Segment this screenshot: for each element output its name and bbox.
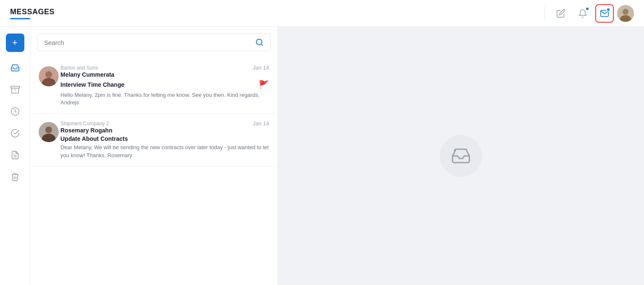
archive-icon (10, 85, 20, 94)
messages-list: Barton and Sons Melany Cummerata Jan 14 … (30, 58, 277, 285)
messages-panel: Barton and Sons Melany Cummerata Jan 14 … (30, 27, 278, 285)
main-layout: + (0, 27, 644, 285)
search-icon (255, 38, 264, 47)
sidebar-item-archive[interactable] (6, 80, 24, 99)
message-item[interactable]: Shipment Company 2 Rosemary Rogahn Jan 1… (30, 114, 277, 166)
empty-inbox-icon (451, 146, 471, 166)
header-actions (541, 4, 634, 23)
message-subject-row: Update About Contracts (60, 135, 269, 142)
avatar-1-image (39, 66, 59, 86)
svg-point-1 (623, 9, 628, 15)
sidebar-item-notes[interactable] (6, 146, 24, 164)
avatar-image (617, 5, 634, 22)
add-button[interactable]: + (6, 34, 24, 52)
sidebar-item-history[interactable] (6, 102, 24, 121)
messages-button[interactable] (595, 4, 614, 23)
title-underline (10, 18, 30, 19)
page-title: MESSAGES (10, 8, 55, 16)
sidebar-item-inbox[interactable] (6, 59, 24, 77)
message-preview: Hello Melany, 2pm is fine. Thanks for le… (60, 91, 269, 106)
svg-line-9 (261, 44, 263, 46)
empty-state-icon (440, 135, 482, 177)
sender-company: Shipment Company 2 (60, 121, 113, 127)
notifications-button[interactable] (573, 4, 592, 23)
app-header: MESSAGES (0, 0, 644, 27)
svg-point-11 (45, 71, 52, 78)
user-avatar[interactable] (617, 5, 634, 22)
notification-badge (585, 7, 589, 11)
message-header: Shipment Company 2 Rosemary Rogahn Jan 1… (60, 120, 269, 134)
message-content-area (278, 27, 644, 285)
sidebar-item-done[interactable] (6, 124, 24, 142)
inbox-icon (10, 63, 20, 73)
clock-icon (10, 107, 20, 116)
svg-point-8 (257, 39, 262, 45)
sidebar-item-trash[interactable] (6, 168, 24, 186)
message-subject: Interview Time Change (60, 81, 124, 88)
sender-name: Rosemary Rogahn (60, 127, 113, 134)
sender-avatar (39, 122, 59, 142)
file-text-icon (10, 150, 20, 160)
flag-icon: 🚩 (259, 80, 269, 90)
message-item[interactable]: Barton and Sons Melany Cummerata Jan 14 … (30, 58, 277, 114)
message-subject-row: Interview Time Change 🚩 (60, 80, 269, 90)
svg-rect-3 (10, 86, 19, 88)
compose-icon (556, 9, 565, 18)
check-circle-icon (10, 129, 20, 138)
search-bar[interactable] (37, 34, 271, 51)
sidebar: + (0, 27, 30, 285)
search-input[interactable] (44, 39, 252, 46)
avatar-2-image (39, 122, 59, 142)
sender-company: Barton and Sons (60, 65, 114, 71)
message-preview: Dear Melany, We will be sending the new … (60, 144, 269, 159)
messages-badge (606, 8, 610, 12)
svg-point-14 (45, 127, 52, 133)
message-subject: Update About Contracts (60, 135, 128, 142)
header-divider (545, 7, 545, 20)
message-header: Barton and Sons Melany Cummerata Jan 14 (60, 65, 269, 78)
trash-icon (10, 172, 20, 181)
compose-button[interactable] (552, 4, 570, 23)
message-date: Jan 14 (253, 120, 269, 127)
sender-avatar (39, 66, 59, 86)
message-date: Jan 14 (253, 65, 269, 71)
header-title-area: MESSAGES (10, 8, 55, 19)
sender-name: Melany Cummerata (60, 71, 114, 78)
add-icon: + (12, 38, 18, 47)
